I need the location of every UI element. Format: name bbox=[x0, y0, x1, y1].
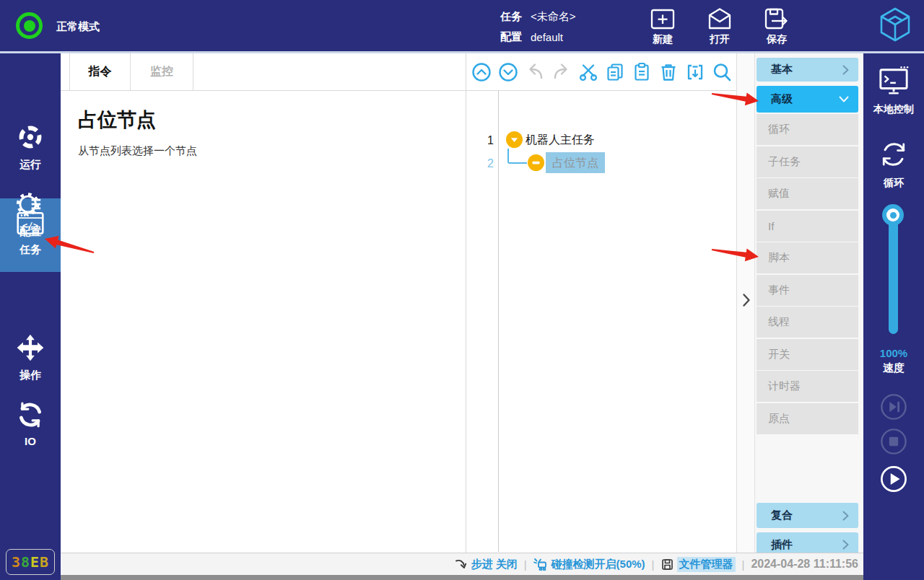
new-task-label: 新建 bbox=[653, 33, 673, 46]
run-icon bbox=[16, 123, 45, 154]
palette-group-label: 插件 bbox=[771, 538, 793, 552]
detail-tabbar: 指令 监控 bbox=[61, 53, 466, 91]
palette-item-origin[interactable]: 原点 bbox=[757, 403, 858, 434]
statusbar-separator: | bbox=[742, 558, 745, 571]
insert-icon bbox=[685, 62, 705, 82]
config-key: 配置 bbox=[500, 30, 522, 44]
placeholder-node-icon[interactable] bbox=[528, 154, 544, 171]
speed-slider-knob[interactable] bbox=[882, 204, 904, 226]
topbar: 正常模式 任务 <未命名> 配置 default 新建 bbox=[0, 0, 924, 51]
sidebar-label-operate: 操作 bbox=[19, 369, 41, 382]
mode-status-indicator bbox=[16, 12, 43, 39]
system-timestamp: 2024-04-28 11:11:56 bbox=[751, 558, 858, 571]
undo-icon bbox=[525, 62, 545, 82]
step-forward-icon bbox=[880, 393, 907, 421]
loop-mode-button[interactable]: 循环 bbox=[863, 139, 924, 190]
speed-readout: 100% 速度 bbox=[863, 346, 924, 375]
step-mode-icon bbox=[455, 558, 468, 571]
move-down-button[interactable] bbox=[498, 62, 518, 82]
palette-item-subtask[interactable]: 子任务 bbox=[757, 146, 858, 177]
sidebar-item-run[interactable]: 运行 bbox=[0, 123, 61, 172]
sidebar-item-operate[interactable]: 操作 bbox=[0, 333, 61, 382]
sidebar-label-run: 运行 bbox=[19, 158, 41, 172]
play-button[interactable] bbox=[880, 465, 907, 493]
panel-expander-strip bbox=[736, 53, 755, 553]
task-node-icon[interactable] bbox=[506, 131, 523, 148]
delete-button[interactable] bbox=[658, 62, 679, 82]
save-task-button[interactable]: 保存 bbox=[753, 7, 801, 46]
collision-icon bbox=[533, 558, 548, 571]
loop-mode-label: 循环 bbox=[884, 177, 904, 190]
copy-button[interactable] bbox=[605, 62, 625, 82]
insert-button[interactable] bbox=[685, 62, 705, 82]
tree-node-placeholder-selected[interactable]: 占位节点 bbox=[546, 152, 605, 173]
stop-button[interactable] bbox=[880, 428, 907, 455]
app-logo bbox=[876, 6, 914, 49]
search-button[interactable] bbox=[712, 62, 732, 82]
new-task-icon bbox=[650, 7, 676, 30]
slider-knob-ring bbox=[886, 208, 899, 221]
palette-item-switch[interactable]: 开关 bbox=[757, 339, 858, 370]
robot-pendant-screen: 正常模式 任务 <未命名> 配置 default 新建 bbox=[0, 0, 924, 580]
chevron-right-icon bbox=[842, 65, 849, 75]
mode-label: 正常模式 bbox=[56, 20, 100, 34]
collision-detection-status[interactable]: 碰撞检测开启(50%) bbox=[533, 558, 645, 571]
tab-monitor[interactable]: 监控 bbox=[131, 53, 193, 90]
undo-button[interactable] bbox=[525, 62, 545, 82]
palette-item-if[interactable]: If bbox=[757, 211, 858, 242]
palette-item-event[interactable]: 事件 bbox=[757, 275, 858, 306]
chevron-right-icon bbox=[742, 293, 751, 307]
slider-knob-core bbox=[890, 212, 897, 219]
save-icon bbox=[763, 7, 790, 30]
open-task-label: 打开 bbox=[710, 33, 730, 46]
config-value: default bbox=[531, 31, 563, 43]
delete-icon bbox=[658, 62, 679, 82]
chevron-down-icon bbox=[839, 96, 849, 102]
step-run-button[interactable] bbox=[880, 393, 907, 421]
palette-group-label: 基本 bbox=[771, 63, 793, 76]
task-icon: </> bbox=[15, 209, 45, 240]
palette-item-script[interactable]: 脚本 bbox=[757, 242, 858, 273]
palette-group-advanced[interactable]: 高级 bbox=[757, 86, 858, 113]
loop-icon bbox=[878, 139, 910, 173]
palette-group-basic[interactable]: 基本 bbox=[757, 58, 858, 82]
cut-button[interactable] bbox=[578, 62, 598, 82]
sidebar-item-io[interactable]: IO bbox=[0, 401, 61, 447]
node-detail-panel: 指令 监控 占位节点 从节点列表选择一个节点 bbox=[61, 53, 466, 553]
palette-item-timer[interactable]: 计时器 bbox=[757, 371, 858, 402]
redo-button[interactable] bbox=[552, 62, 572, 82]
svg-text:</>: </> bbox=[22, 221, 38, 231]
palette-item-list: 循环 子任务 赋值 If 脚本 事件 线程 开关 计时器 原点 bbox=[757, 114, 858, 435]
tree-line-number: 1 bbox=[466, 134, 494, 147]
statusbar: 步进 关闭 | 碰撞检测开启(50%) | 文件管理器 | 2024-04-28… bbox=[61, 553, 863, 575]
window-bottom-strip bbox=[61, 575, 863, 580]
save-task-label: 保存 bbox=[767, 33, 787, 46]
tab-instruction[interactable]: 指令 bbox=[69, 53, 131, 90]
task-tree: 1 2 机器人主任务 占位节点 bbox=[466, 91, 736, 552]
badge-char: 3 bbox=[12, 553, 21, 571]
device-code-badge[interactable]: 38EB bbox=[6, 549, 55, 575]
file-manager-status[interactable]: 文件管理器 bbox=[661, 557, 736, 572]
redo-icon bbox=[552, 62, 572, 82]
detail-content: 占位节点 从节点列表选择一个节点 bbox=[61, 91, 466, 174]
palette-item-loop[interactable]: 循环 bbox=[757, 114, 858, 145]
open-task-button[interactable]: 打开 bbox=[696, 7, 744, 46]
palette-item-assign[interactable]: 赋值 bbox=[757, 178, 858, 209]
sidebar-item-task[interactable]: </> 任务 bbox=[0, 209, 61, 257]
speed-value: 100% bbox=[863, 346, 924, 361]
step-mode-status[interactable]: 步进 关闭 bbox=[455, 558, 518, 571]
tree-line-number: 2 bbox=[466, 157, 494, 170]
palette-group-composite[interactable]: 复合 bbox=[757, 503, 858, 528]
move-up-button[interactable] bbox=[471, 62, 492, 82]
local-control-button[interactable]: 本地控制 bbox=[863, 65, 924, 116]
node-title: 占位节点 bbox=[78, 107, 448, 133]
paste-button[interactable] bbox=[632, 62, 652, 82]
expand-palette-button[interactable] bbox=[739, 292, 754, 308]
io-icon bbox=[17, 401, 44, 431]
palette-item-thread[interactable]: 线程 bbox=[757, 307, 858, 338]
play-icon bbox=[880, 465, 907, 493]
task-value: <未命名> bbox=[531, 10, 576, 24]
speed-slider-track[interactable] bbox=[889, 214, 898, 334]
new-task-button[interactable]: 新建 bbox=[639, 7, 687, 46]
tree-node-main-task[interactable]: 机器人主任务 bbox=[526, 133, 595, 148]
